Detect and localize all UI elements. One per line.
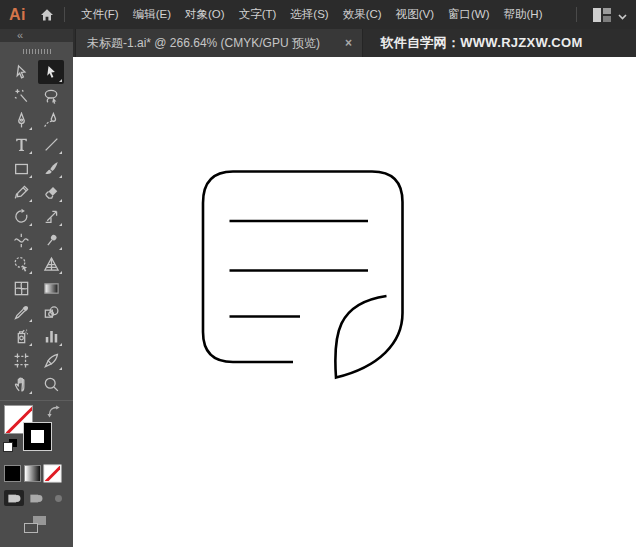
shape-builder-icon bbox=[13, 256, 30, 273]
stroke-swatch-black[interactable] bbox=[24, 423, 51, 450]
gradient-swatch-button[interactable] bbox=[25, 466, 40, 481]
perspective-grid-icon bbox=[43, 256, 60, 273]
canvas[interactable] bbox=[73, 57, 636, 547]
type-icon bbox=[13, 136, 30, 153]
direct-selection-tool[interactable] bbox=[38, 60, 64, 84]
color-swatch-button[interactable] bbox=[5, 466, 20, 481]
type-tool[interactable] bbox=[8, 132, 34, 156]
menubar-right bbox=[567, 6, 636, 24]
pen-tool[interactable] bbox=[8, 108, 34, 132]
blend-tool[interactable] bbox=[38, 300, 64, 324]
menu-item-edit[interactable]: 编辑(E) bbox=[126, 0, 178, 29]
menu-item-type[interactable]: 文字(T) bbox=[232, 0, 284, 29]
close-tab-icon[interactable]: × bbox=[343, 36, 354, 50]
fill-stroke-controls bbox=[0, 400, 73, 457]
blend-icon bbox=[43, 304, 60, 321]
eyedropper-tool[interactable] bbox=[8, 300, 34, 324]
panel-grip-row bbox=[0, 42, 73, 60]
sticky-note-artwork[interactable] bbox=[196, 164, 492, 448]
lasso-tool[interactable] bbox=[38, 84, 64, 108]
illustrator-logo: Ai bbox=[9, 6, 26, 24]
panel-header-strip: « bbox=[0, 29, 73, 42]
menu-item-effect[interactable]: 效果(C) bbox=[336, 0, 389, 29]
width-icon bbox=[13, 232, 30, 249]
menu-item-help[interactable]: 帮助(H) bbox=[497, 0, 550, 29]
artboard-tool[interactable] bbox=[8, 348, 34, 372]
document-area: 未标题-1.ai* @ 266.64% (CMYK/GPU 预览) × 软件自学… bbox=[73, 29, 636, 547]
column-graph-tool[interactable] bbox=[38, 324, 64, 348]
none-swatch-button[interactable] bbox=[45, 466, 60, 481]
curvature-tool[interactable] bbox=[38, 108, 64, 132]
draw-normal-mode[interactable] bbox=[4, 490, 24, 506]
pen-icon bbox=[13, 112, 30, 129]
website-watermark: 软件自学网：WWW.RJZXW.COM bbox=[363, 29, 636, 57]
collapse-panel-icon[interactable]: « bbox=[17, 29, 23, 41]
menu-item-select[interactable]: 选择(S) bbox=[283, 0, 335, 29]
workspace-switcher-icon[interactable] bbox=[593, 8, 611, 22]
document-tab[interactable]: 未标题-1.ai* @ 266.64% (CMYK/GPU 预览) × bbox=[75, 29, 363, 57]
slice-tool[interactable] bbox=[38, 348, 64, 372]
rectangle-tool[interactable] bbox=[8, 156, 34, 180]
zoom-icon bbox=[43, 376, 60, 393]
gradient-icon bbox=[43, 280, 60, 297]
gradient-tool[interactable] bbox=[38, 276, 64, 300]
artboard-icon bbox=[13, 352, 30, 369]
width-tool[interactable] bbox=[8, 228, 34, 252]
scale-icon bbox=[43, 208, 60, 225]
puppet-warp-tool[interactable] bbox=[38, 228, 64, 252]
menu-item-file[interactable]: 文件(F) bbox=[74, 0, 126, 29]
illustrator-window: Ai 文件(F)编辑(E)对象(O)文字(T)选择(S)效果(C)视图(V)窗口… bbox=[0, 0, 636, 547]
screen-mode-row bbox=[0, 516, 73, 533]
default-fill-stroke-icon[interactable] bbox=[3, 439, 17, 452]
rotate-tool[interactable] bbox=[8, 204, 34, 228]
note-outline-path[interactable] bbox=[203, 172, 403, 378]
eraser-tool[interactable] bbox=[38, 180, 64, 204]
panel-drag-handle[interactable] bbox=[23, 49, 51, 54]
lasso-icon bbox=[43, 88, 60, 105]
symbol-sprayer-icon bbox=[13, 328, 30, 345]
shaper-pencil-icon bbox=[13, 184, 30, 201]
menu-item-window[interactable]: 窗口(W) bbox=[441, 0, 497, 29]
shaper-tool[interactable] bbox=[8, 180, 34, 204]
magic-wand-tool[interactable] bbox=[8, 84, 34, 108]
swatch-buttons-row bbox=[0, 457, 73, 481]
swap-fill-stroke-icon[interactable] bbox=[46, 404, 61, 418]
slice-icon bbox=[43, 352, 60, 369]
home-icon[interactable] bbox=[39, 7, 55, 23]
line-segment-tool[interactable] bbox=[38, 132, 64, 156]
curvature-pen-icon bbox=[43, 112, 60, 129]
column-graph-icon bbox=[43, 328, 60, 345]
draw-inside-mode[interactable] bbox=[48, 490, 68, 506]
rectangle-icon bbox=[13, 160, 30, 177]
main-area: « bbox=[0, 29, 636, 547]
menubar-separator bbox=[64, 7, 65, 22]
eraser-icon bbox=[43, 184, 60, 201]
zoom-tool[interactable] bbox=[38, 372, 64, 396]
document-tab-bar: 未标题-1.ai* @ 266.64% (CMYK/GPU 预览) × 软件自学… bbox=[73, 29, 636, 57]
paintbrush-tool[interactable] bbox=[38, 156, 64, 180]
chevron-down-icon[interactable] bbox=[618, 6, 627, 24]
magic-wand-icon bbox=[13, 88, 30, 105]
perspective-grid-tool[interactable] bbox=[38, 252, 64, 276]
hand-icon bbox=[13, 376, 30, 393]
symbol-sprayer-tool[interactable] bbox=[8, 324, 34, 348]
change-screen-mode-button[interactable] bbox=[24, 516, 46, 533]
menu-items: 文件(F)编辑(E)对象(O)文字(T)选择(S)效果(C)视图(V)窗口(W)… bbox=[74, 0, 549, 29]
mesh-icon bbox=[13, 280, 30, 297]
hand-tool[interactable] bbox=[8, 372, 34, 396]
menubar-separator-right bbox=[576, 7, 577, 22]
drawing-modes-row bbox=[0, 490, 73, 506]
menu-item-view[interactable]: 视图(V) bbox=[389, 0, 441, 29]
shape-builder-tool[interactable] bbox=[8, 252, 34, 276]
rotate-icon bbox=[13, 208, 30, 225]
selection-tool[interactable] bbox=[8, 60, 34, 84]
paintbrush-icon bbox=[43, 160, 60, 177]
menu-bar: Ai 文件(F)编辑(E)对象(O)文字(T)选择(S)效果(C)视图(V)窗口… bbox=[0, 0, 636, 29]
menu-item-object[interactable]: 对象(O) bbox=[178, 0, 232, 29]
draw-behind-mode[interactable] bbox=[26, 490, 46, 506]
tools-grid bbox=[0, 60, 73, 396]
document-tab-title: 未标题-1.ai* @ 266.64% (CMYK/GPU 预览) bbox=[87, 35, 320, 52]
mesh-tool[interactable] bbox=[8, 276, 34, 300]
direct-selection-tool-icon bbox=[43, 64, 60, 81]
scale-tool[interactable] bbox=[38, 204, 64, 228]
